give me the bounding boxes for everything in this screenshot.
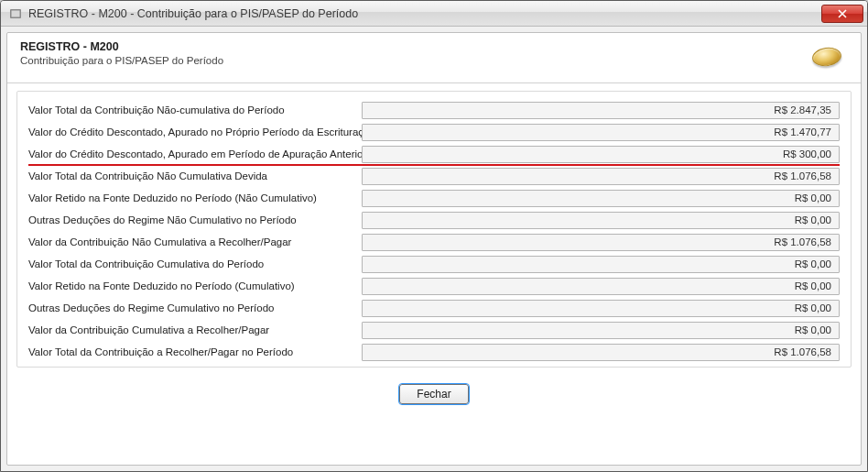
- panel-title: REGISTRO - M200: [20, 40, 806, 53]
- main-panel: REGISTRO - M200 Contribuição para o PIS/…: [6, 32, 862, 466]
- field-value[interactable]: R$ 1.076,58: [362, 234, 840, 251]
- field-label: Valor Retido na Fonte Deduzido no Períod…: [28, 280, 362, 291]
- field-label: Valor Total da Contribuição Não-cumulati…: [28, 104, 362, 115]
- panel-header: REGISTRO - M200 Contribuição para o PIS/…: [7, 33, 861, 82]
- svg-rect-1: [12, 10, 20, 16]
- client-area: REGISTRO - M200 Contribuição para o PIS/…: [1, 27, 867, 471]
- field-value[interactable]: R$ 0,00: [362, 322, 840, 339]
- close-icon: [838, 9, 847, 18]
- field-label: Valor do Crédito Descontado, Apurado em …: [28, 148, 362, 159]
- titlebar[interactable]: REGISTRO - M200 - Contribuição para o PI…: [1, 1, 867, 27]
- field-value[interactable]: R$ 0,00: [362, 212, 840, 229]
- form-row: Valor da Contribuição Não Cumulativa a R…: [28, 231, 840, 253]
- field-value[interactable]: R$ 0,00: [362, 278, 840, 295]
- panel-header-text: REGISTRO - M200 Contribuição para o PIS/…: [20, 40, 806, 66]
- field-value[interactable]: R$ 0,00: [362, 300, 840, 317]
- panel-subtitle: Contribuição para o PIS/PASEP do Período: [20, 55, 806, 66]
- field-value[interactable]: R$ 1.076,58: [362, 168, 840, 185]
- close-form-button[interactable]: Fechar: [399, 384, 469, 404]
- field-label: Valor Total da Contribuição Não Cumulati…: [28, 170, 362, 181]
- form-row: Valor do Crédito Descontado, Apurado no …: [28, 121, 840, 143]
- field-label: Valor do Crédito Descontado, Apurado no …: [28, 126, 362, 137]
- field-label: Valor da Contribuição Não Cumulativa a R…: [28, 236, 362, 247]
- field-label: Outras Deduções do Regime Não Cumulativo…: [28, 214, 362, 225]
- app-icon: [8, 6, 23, 21]
- form-row: Valor da Contribuição Cumulativa a Recol…: [28, 319, 840, 341]
- field-value[interactable]: R$ 0,00: [362, 190, 840, 207]
- field-label: Valor Total da Contribuição a Recolher/P…: [28, 346, 362, 357]
- close-button[interactable]: [821, 5, 863, 23]
- field-label: Valor Total da Contribuição Cumulativa d…: [28, 258, 362, 269]
- form-row: Valor Total da Contribuição Não-cumulati…: [28, 99, 840, 121]
- field-value[interactable]: R$ 300,00: [362, 146, 840, 163]
- field-label: Valor da Contribuição Cumulativa a Recol…: [28, 324, 362, 335]
- coin-icon: [806, 40, 848, 73]
- form-row: Valor do Crédito Descontado, Apurado em …: [28, 143, 840, 165]
- divider: [7, 82, 861, 83]
- form-row: Outras Deduções do Regime Cumulativo no …: [28, 297, 840, 319]
- form-row: Valor Retido na Fonte Deduzido no Períod…: [28, 187, 840, 209]
- window: REGISTRO - M200 - Contribuição para o PI…: [0, 0, 868, 472]
- form-area: Valor Total da Contribuição Não-cumulati…: [16, 91, 852, 368]
- field-value[interactable]: R$ 0,00: [362, 256, 840, 273]
- footer: Fechar: [7, 375, 861, 415]
- field-value[interactable]: R$ 1.470,77: [362, 124, 840, 141]
- field-value[interactable]: R$ 2.847,35: [362, 102, 840, 119]
- form-row: Valor Total da Contribuição a Recolher/P…: [28, 341, 840, 363]
- window-title: REGISTRO - M200 - Contribuição para o PI…: [28, 7, 821, 20]
- field-value[interactable]: R$ 1.076,58: [362, 344, 840, 361]
- field-label: Outras Deduções do Regime Cumulativo no …: [28, 302, 362, 313]
- form-row: Valor Retido na Fonte Deduzido no Períod…: [28, 275, 840, 297]
- form-row: Valor Total da Contribuição Não Cumulati…: [28, 165, 840, 187]
- form-row: Valor Total da Contribuição Cumulativa d…: [28, 253, 840, 275]
- field-label: Valor Retido na Fonte Deduzido no Períod…: [28, 192, 362, 203]
- form-row: Outras Deduções do Regime Não Cumulativo…: [28, 209, 840, 231]
